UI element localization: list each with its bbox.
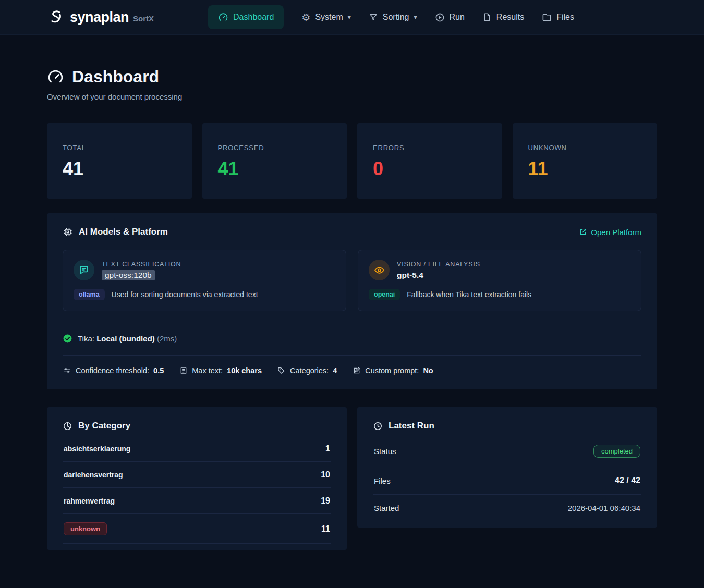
ai-settings-row: Confidence threshold: 0.5 Max text: 10k … — [63, 355, 641, 375]
latest-run-status-row: Status completed — [373, 436, 641, 467]
unknown-category-badge: unknown — [64, 522, 107, 535]
category-label: absichtserklaerung — [64, 445, 130, 453]
model-description: Used for sorting documents via extracted… — [112, 290, 258, 299]
chevron-down-icon: ▾ — [414, 14, 417, 20]
category-count: 11 — [321, 524, 330, 534]
stat-label: UNKNOWN — [528, 144, 642, 152]
files-value: 42 / 42 — [615, 476, 640, 485]
stat-label: PROCESSED — [218, 144, 332, 152]
row-label: Files — [374, 476, 391, 485]
main-content: Dashboard Overview of your document proc… — [47, 67, 657, 571]
category-label: rahmenvertrag — [64, 497, 115, 505]
ai-models-panel: AI Models & Platform Open Platform — [47, 213, 657, 389]
stat-value: 0 — [373, 158, 487, 180]
nav-label-dashboard: Dashboard — [233, 13, 274, 22]
tika-text: Tika: Local (bundled) (2ms) — [78, 334, 177, 343]
navbar: synaplan SortX Dashboard ⚙ System ▾ — [0, 0, 704, 35]
tag-icon — [277, 366, 286, 375]
stat-value: 41 — [63, 158, 176, 180]
started-value: 2026-04-01 06:40:34 — [568, 504, 640, 512]
document-lines-icon — [179, 366, 188, 375]
ai-panel-title: AI Models & Platform — [63, 227, 168, 237]
eye-icon — [369, 260, 390, 280]
model-description: Fallback when Tika text extraction fails — [407, 290, 531, 299]
vision-model-card: VISION / FILE ANALYSIS gpt-5.4 openai Fa… — [358, 250, 641, 311]
stat-card-unknown: UNKNOWN 11 — [513, 123, 658, 199]
text-model-card: TEXT CLASSIFICATION gpt-oss:120b ollama … — [63, 250, 346, 311]
chat-bubble-icon — [74, 260, 94, 280]
setting-confidence: Confidence threshold: 0.5 — [63, 366, 164, 375]
nav-item-sorting[interactable]: Sorting ▾ — [369, 13, 417, 22]
document-icon — [482, 13, 492, 22]
by-category-title: By Category — [63, 421, 331, 431]
page-title: Dashboard — [47, 67, 657, 87]
model-name: gpt-5.4 — [397, 271, 480, 280]
nav-item-run[interactable]: Run — [435, 13, 465, 22]
stat-value: 11 — [528, 158, 642, 180]
ai-panel-title-text: AI Models & Platform — [79, 227, 168, 237]
stat-value: 41 — [218, 158, 332, 180]
sliders-icon — [63, 366, 71, 375]
model-kind-label: TEXT CLASSIFICATION — [102, 261, 181, 268]
latest-run-title: Latest Run — [373, 421, 641, 431]
tika-status-row: Tika: Local (bundled) (2ms) — [63, 323, 641, 344]
model-kind-label: VISION / FILE ANALYSIS — [397, 261, 480, 268]
stat-card-total: TOTAL 41 — [47, 123, 192, 199]
setting-categories: Categories: 4 — [277, 366, 337, 375]
stats-row: TOTAL 41 PROCESSED 41 ERRORS 0 UNKNOWN 1… — [47, 123, 657, 199]
row-label: Status — [374, 447, 396, 456]
nav-item-system[interactable]: ⚙ System ▾ — [301, 13, 350, 22]
category-label: darlehensvertrag — [64, 471, 123, 479]
page-header: Dashboard Overview of your document proc… — [47, 67, 657, 101]
latest-run-list: Status completed Files 42 / 42 Started 2… — [373, 436, 641, 521]
open-platform-label: Open Platform — [591, 228, 641, 237]
nav-label-system: System — [315, 13, 343, 22]
latest-run-panel: Latest Run Status completed Files 42 / 4… — [357, 407, 657, 528]
check-circle-icon — [63, 334, 72, 344]
row-label: Started — [374, 504, 399, 512]
play-circle-icon — [435, 13, 445, 22]
latest-run-started-row: Started 2026-04-01 06:40:34 — [373, 495, 641, 521]
category-row: absichtserklaerung 1 — [63, 436, 331, 462]
model-name: gpt-oss:120b — [102, 271, 181, 280]
external-link-icon — [579, 228, 587, 236]
brand-name: synaplan — [70, 9, 129, 26]
status-badge: completed — [593, 445, 640, 458]
nav-label-files: Files — [556, 13, 574, 22]
brand-suffix: SortX — [133, 12, 154, 23]
stat-card-errors: ERRORS 0 — [357, 123, 502, 199]
category-count: 1 — [325, 444, 330, 454]
funnel-icon — [369, 13, 378, 22]
gauge-icon — [47, 68, 64, 85]
clock-icon — [373, 421, 383, 431]
nav-label-results: Results — [496, 13, 524, 22]
nav-item-results[interactable]: Results — [482, 13, 524, 22]
nav-item-dashboard[interactable]: Dashboard — [208, 5, 284, 29]
page-title-text: Dashboard — [72, 67, 159, 87]
models-row: TEXT CLASSIFICATION gpt-oss:120b ollama … — [63, 250, 641, 311]
latest-run-files-row: Files 42 / 42 — [373, 467, 641, 495]
gauge-icon — [218, 12, 228, 22]
nav-label-sorting: Sorting — [383, 13, 409, 22]
by-category-panel: By Category absichtserklaerung 1 darlehe… — [47, 407, 347, 550]
setting-custom-prompt: Custom prompt: No — [353, 366, 433, 375]
provider-badge: openai — [369, 289, 400, 300]
brand[interactable]: synaplan SortX — [47, 8, 154, 26]
page-subtitle: Overview of your document processing — [47, 92, 657, 101]
by-category-title-text: By Category — [78, 421, 130, 431]
stat-label: ERRORS — [373, 144, 487, 152]
open-platform-link[interactable]: Open Platform — [579, 228, 641, 237]
stat-card-processed: PROCESSED 41 — [202, 123, 347, 199]
nav-item-files[interactable]: Files — [542, 13, 574, 22]
setting-max-text: Max text: 10k chars — [179, 366, 262, 375]
folder-icon — [542, 13, 552, 22]
brand-logo-icon — [47, 8, 65, 26]
pie-chart-icon — [63, 421, 72, 431]
category-count: 10 — [321, 470, 330, 480]
chevron-down-icon: ▾ — [348, 14, 351, 20]
category-row: unknown 11 — [63, 514, 331, 544]
stat-label: TOTAL — [63, 144, 176, 152]
category-row: rahmenvertrag 19 — [63, 488, 331, 514]
edit-icon — [353, 366, 361, 375]
cpu-icon — [63, 227, 73, 237]
